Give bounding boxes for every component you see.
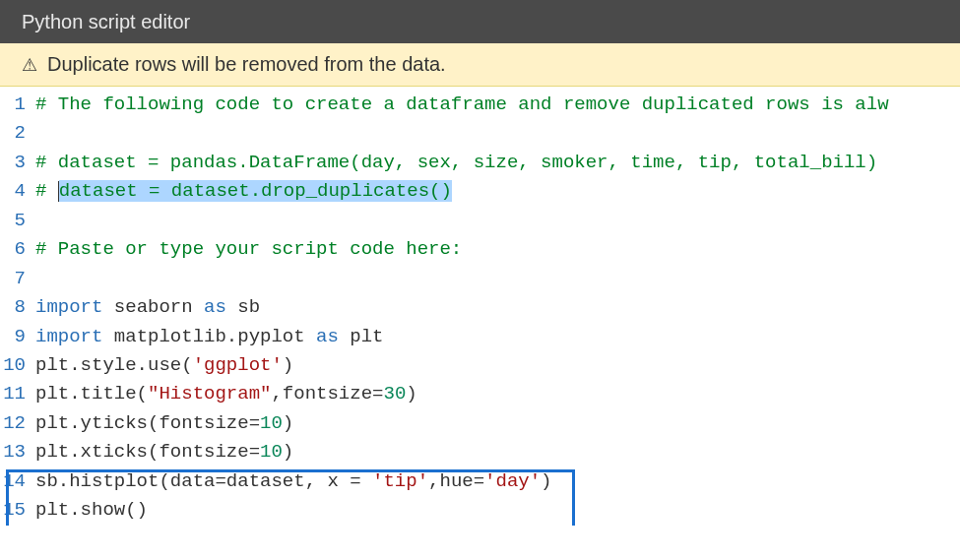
token: # Paste or type your script code here: bbox=[35, 238, 462, 260]
warning-text: Duplicate rows will be removed from the … bbox=[47, 53, 446, 76]
code-line[interactable]: 3# dataset = pandas.DataFrame(day, sex, … bbox=[0, 149, 960, 177]
line-number: 14 bbox=[0, 467, 35, 496]
code-content[interactable]: plt.xticks(fontsize=10) bbox=[35, 438, 960, 467]
line-number: 4 bbox=[0, 177, 35, 206]
line-number: 2 bbox=[0, 119, 35, 148]
code-content[interactable]: plt.show() bbox=[35, 496, 960, 525]
token: ,fontsize= bbox=[271, 383, 383, 404]
token: seaborn bbox=[102, 296, 204, 318]
token: plt.yticks(fontsize= bbox=[35, 412, 260, 434]
line-number: 3 bbox=[0, 149, 35, 177]
token: as bbox=[316, 326, 339, 347]
code-content[interactable]: plt.style.use('ggplot') bbox=[35, 351, 960, 380]
token: matplotlib.pyplot bbox=[102, 326, 316, 347]
code-line[interactable]: 13plt.xticks(fontsize=10) bbox=[0, 438, 960, 467]
editor-title-bar: Python script editor bbox=[0, 0, 960, 43]
editor-title: Python script editor bbox=[22, 11, 190, 33]
line-number: 5 bbox=[0, 207, 35, 235]
code-line[interactable]: 8import seaborn as sb bbox=[0, 293, 960, 322]
line-number: 1 bbox=[0, 91, 35, 119]
code-content[interactable]: # The following code to create a datafra… bbox=[35, 91, 960, 119]
line-number: 9 bbox=[0, 323, 35, 351]
token: import bbox=[35, 296, 102, 318]
token: import bbox=[35, 326, 102, 347]
code-line[interactable]: 1# The following code to create a datafr… bbox=[0, 91, 960, 119]
code-content[interactable]: import seaborn as sb bbox=[35, 293, 960, 322]
token: sb.histplot(data=dataset, x = bbox=[35, 470, 372, 492]
token: 'day' bbox=[484, 470, 541, 492]
token: plt bbox=[339, 326, 384, 347]
code-line[interactable]: 5 bbox=[0, 207, 960, 235]
token: "Histogram" bbox=[148, 383, 271, 404]
line-number: 8 bbox=[0, 293, 35, 322]
code-line[interactable]: 2 bbox=[0, 119, 960, 148]
line-number: 6 bbox=[0, 235, 35, 264]
code-content[interactable]: plt.title("Histogram",fontsize=30) bbox=[35, 380, 960, 408]
code-content[interactable]: # dataset = dataset.drop_duplicates() bbox=[35, 177, 960, 206]
token: plt.title( bbox=[35, 383, 148, 404]
token: 10 bbox=[260, 441, 283, 463]
code-line[interactable]: 10plt.style.use('ggplot') bbox=[0, 351, 960, 380]
line-number: 11 bbox=[0, 380, 35, 408]
token: ) bbox=[283, 354, 293, 376]
warning-bar: ⚠ Duplicate rows will be removed from th… bbox=[0, 43, 960, 87]
code-line[interactable]: 15plt.show() bbox=[0, 496, 960, 525]
token: 'tip' bbox=[372, 470, 428, 492]
code-line[interactable]: 9import matplotlib.pyplot as plt bbox=[0, 323, 960, 351]
code-line[interactable]: 4# dataset = dataset.drop_duplicates() bbox=[0, 177, 960, 206]
token: ,hue= bbox=[428, 470, 484, 492]
token: 10 bbox=[260, 412, 283, 434]
token: ) bbox=[283, 412, 293, 434]
code-line[interactable]: 14sb.histplot(data=dataset, x = 'tip',hu… bbox=[0, 467, 960, 496]
code-content[interactable]: import matplotlib.pyplot as plt bbox=[35, 323, 960, 351]
line-number: 7 bbox=[0, 265, 35, 293]
token: plt.show() bbox=[35, 499, 148, 521]
token: # The following code to create a datafra… bbox=[35, 93, 889, 115]
code-line[interactable]: 6# Paste or type your script code here: bbox=[0, 235, 960, 264]
token: as bbox=[204, 296, 226, 318]
token: sb bbox=[226, 296, 260, 318]
code-line[interactable]: 7 bbox=[0, 265, 960, 293]
code-content[interactable]: # Paste or type your script code here: bbox=[35, 235, 960, 264]
code-line[interactable]: 11plt.title("Histogram",fontsize=30) bbox=[0, 380, 960, 408]
code-editor[interactable]: 1# The following code to create a datafr… bbox=[0, 87, 960, 526]
code-content[interactable]: sb.histplot(data=dataset, x = 'tip',hue=… bbox=[35, 467, 960, 496]
code-content[interactable]: # dataset = pandas.DataFrame(day, sex, s… bbox=[35, 149, 960, 177]
code-line[interactable]: 12plt.yticks(fontsize=10) bbox=[0, 409, 960, 438]
line-number: 12 bbox=[0, 409, 35, 438]
warning-icon: ⚠ bbox=[22, 56, 37, 74]
token: 'ggplot' bbox=[193, 354, 283, 376]
token: ) bbox=[406, 383, 416, 404]
token: ) bbox=[541, 470, 551, 492]
token: plt.xticks(fontsize= bbox=[35, 441, 260, 463]
code-content[interactable]: plt.yticks(fontsize=10) bbox=[35, 409, 960, 438]
token: plt.style.use( bbox=[35, 354, 193, 376]
token: # bbox=[35, 180, 58, 202]
token: # dataset = pandas.DataFrame(day, sex, s… bbox=[35, 152, 877, 173]
token: 30 bbox=[383, 383, 406, 404]
line-number: 13 bbox=[0, 438, 35, 467]
line-number: 10 bbox=[0, 351, 35, 380]
line-number: 15 bbox=[0, 496, 35, 525]
token: ) bbox=[283, 441, 293, 463]
token: dataset = dataset.drop_duplicates() bbox=[59, 180, 452, 202]
